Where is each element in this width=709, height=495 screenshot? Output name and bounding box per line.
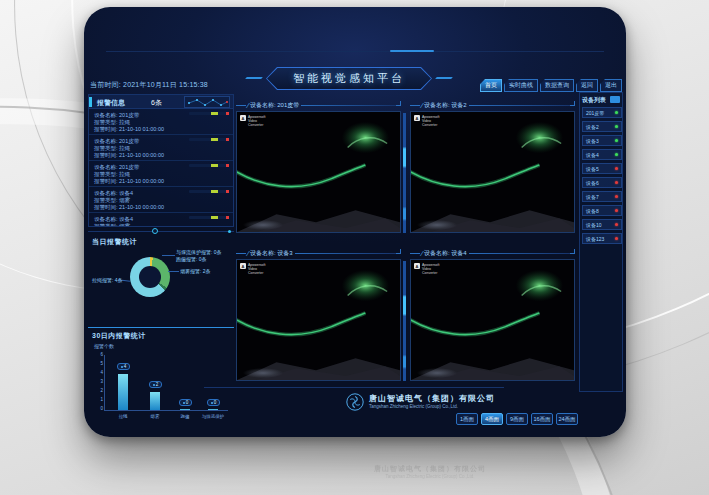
device-list-panel: 设备列表 201皮带 设备2 设备3 设备4 设备5 设备6 — [579, 92, 623, 392]
video-panel-4[interactable]: / 设备名称: 设备4 A ApowersoftVideo Converter — [410, 247, 575, 387]
accent-tab — [89, 97, 92, 107]
page-title: 智能视觉感知平台 — [293, 71, 405, 86]
device-name: 设备2 — [586, 124, 599, 130]
view-button-4[interactable]: 4画面 — [481, 413, 503, 425]
company-name-en: Tangshan Zhicheng Electric (Group) Co.,L… — [369, 404, 458, 409]
video-feed: A ApowersoftVideo Converter — [410, 259, 575, 381]
alarm-scrollbar[interactable] — [88, 228, 234, 234]
video-light-patch — [243, 368, 283, 378]
device-list-title: 设备列表 — [582, 96, 606, 105]
device-status-dot — [615, 111, 618, 114]
video-panel-1[interactable]: / 设备名称: 201皮带 A Apo — [236, 99, 401, 239]
device-status-dot — [615, 195, 618, 198]
alarm-list-item[interactable]: 设备名称: 设备4 报警类型: 烟雾 报警时间: 21-10-10 00:00:… — [89, 187, 233, 213]
alarm-time: 报警时间: 21-10-10 00:00:00 — [94, 204, 229, 211]
device-item[interactable]: 设备6 — [582, 177, 622, 188]
view-button-16[interactable]: 16画面 — [531, 413, 553, 425]
grid-divider — [403, 113, 406, 233]
alarm-info-panel: 报警信息 6条 设备名称: 201皮带 报警类型: 拉绳 报警时间: 21-10… — [88, 94, 234, 227]
y-tick: 4 — [95, 370, 103, 375]
alarm-time: 报警时间: 21-10-10 01:00:00 — [94, 126, 229, 133]
device-item[interactable]: 设备123 — [582, 233, 622, 244]
watermark: A ApowersoftVideo Converter — [240, 115, 248, 121]
view-button-9[interactable]: 9画面 — [506, 413, 528, 425]
alarm-list-item[interactable]: 设备名称: 设备4 报警类型: 烟雾 报警时间: 21-10-10 00:00:… — [89, 213, 233, 227]
circuit-decoration-icon — [184, 96, 230, 108]
title-ornament-left — [245, 77, 263, 79]
watermark-icon: A — [414, 115, 420, 121]
device-status-dot — [615, 139, 618, 142]
alarm-list-item[interactable]: 设备名称: 201皮带 报警类型: 拉绳 报警时间: 21-10-10 00:0… — [89, 161, 233, 187]
video-panel-2[interactable]: / 设备名称: 设备2 A ApowersoftVideo Converter — [410, 99, 575, 239]
screen-layout-switcher: 1画面 4画面 9画面 16画面 24画面 — [456, 413, 578, 425]
alarm-level-bar — [189, 190, 229, 193]
footer-divider — [204, 387, 504, 388]
watermark-icon: A — [240, 115, 246, 121]
screen-reflection: 唐山智诚电气（集团）有限公司 Tangshan Zhicheng Electri… — [300, 464, 560, 479]
video-light-patch — [417, 368, 457, 378]
video-device-label: 设备名称: 201皮带 — [250, 101, 299, 110]
device-item[interactable]: 设备4 — [582, 149, 622, 160]
header-divider — [106, 51, 604, 52]
device-name: 设备4 — [586, 152, 599, 158]
title-ornament-right — [435, 77, 453, 79]
alarm-list-item[interactable]: 设备名称: 201皮带 报警类型: 拉绳 报警时间: 21-10-10 01:0… — [89, 109, 233, 135]
view-button-24[interactable]: 24画面 — [556, 413, 578, 425]
nav-button-realtime-curve[interactable]: 实时曲线 — [504, 79, 538, 92]
current-time: 当前时间: 2021年10月11日 15:15:38 — [90, 80, 208, 90]
alarm-type: 报警类型: 拉绳 — [94, 119, 229, 126]
video-light-patch — [417, 220, 457, 230]
video-feed: A ApowersoftVideo Converter — [410, 111, 575, 233]
device-status-dot — [615, 125, 618, 128]
device-item[interactable]: 201皮带 — [582, 107, 622, 118]
device-status-dot — [615, 181, 618, 184]
dashboard-screen: 当前时间: 2021年10月11日 15:15:38 智能视觉感知平台 首页 实… — [84, 7, 626, 437]
device-item[interactable]: 设备7 — [582, 191, 622, 202]
alarm-level-bar — [189, 112, 229, 115]
grid-divider — [403, 261, 406, 381]
device-name: 设备5 — [586, 166, 599, 172]
video-feed: A ApowersoftVideo Converter — [236, 111, 401, 233]
donut-label-pullcord: 拉绳报警: 4条 — [92, 277, 123, 283]
device-list-more-button[interactable] — [610, 96, 620, 103]
alarm-panel-title: 报警信息 — [97, 98, 125, 108]
alarm-type: 报警类型: 拉绳 — [94, 145, 229, 152]
alarm-list-item[interactable]: 设备名称: 201皮带 报警类型: 拉绳 报警时间: 21-10-10 00:0… — [89, 135, 233, 161]
today-stats-title: 当日报警统计 — [92, 237, 137, 247]
donut-hole — [139, 266, 161, 288]
watermark: A ApowersoftVideo Converter — [414, 115, 422, 121]
alarm-level-bar — [189, 164, 229, 167]
nav-button-data-query[interactable]: 数据查询 — [540, 79, 574, 92]
header-divider-accent — [390, 50, 434, 52]
watermark: A ApowersoftVideo Converter — [240, 263, 248, 269]
video-panel-3[interactable]: / 设备名称: 设备3 A ApowersoftVideo Converter — [236, 247, 401, 387]
video-device-label: 设备名称: 设备3 — [250, 249, 293, 258]
nav-button-home[interactable]: 首页 — [480, 79, 502, 92]
device-item[interactable]: 设备3 — [582, 135, 622, 146]
company-name-cn: 唐山智诚电气（集团）有限公司 — [369, 393, 495, 404]
y-tick: 6 — [95, 352, 103, 357]
donut-leader-line — [168, 271, 179, 272]
device-status-dot — [615, 167, 618, 170]
y-tick: 5 — [95, 361, 103, 366]
view-button-1[interactable]: 1画面 — [456, 413, 478, 425]
device-name: 设备6 — [586, 180, 599, 186]
device-item[interactable]: 设备2 — [582, 121, 622, 132]
bar-value-badge: 4 — [117, 363, 130, 370]
donut-label-deviation: 跑偏报警: 0条 — [176, 256, 207, 262]
today-stats-panel: 当日报警统计 与煤流保护报警: 0条 跑偏报警: 0条 烟雾报警: 2条 拉绳报… — [88, 235, 234, 325]
device-item[interactable]: 设备8 — [582, 205, 622, 216]
video-feed: A ApowersoftVideo Converter — [236, 259, 401, 381]
device-item[interactable]: 设备5 — [582, 163, 622, 174]
nav-button-back[interactable]: 返回 — [576, 79, 598, 92]
device-item[interactable]: 设备10 — [582, 219, 622, 230]
device-name: 201皮带 — [586, 110, 604, 116]
donut-label-smoke: 烟雾报警: 2条 — [180, 268, 211, 274]
donut-leader-line — [162, 255, 175, 256]
watermark-icon: A — [240, 263, 246, 269]
device-name: 设备8 — [586, 208, 599, 214]
top-nav: 首页 实时曲线 数据查询 返回 退出 — [480, 79, 622, 92]
nav-button-exit[interactable]: 退出 — [600, 79, 622, 92]
device-status-dot — [615, 237, 618, 240]
device-status-dot — [615, 223, 618, 226]
